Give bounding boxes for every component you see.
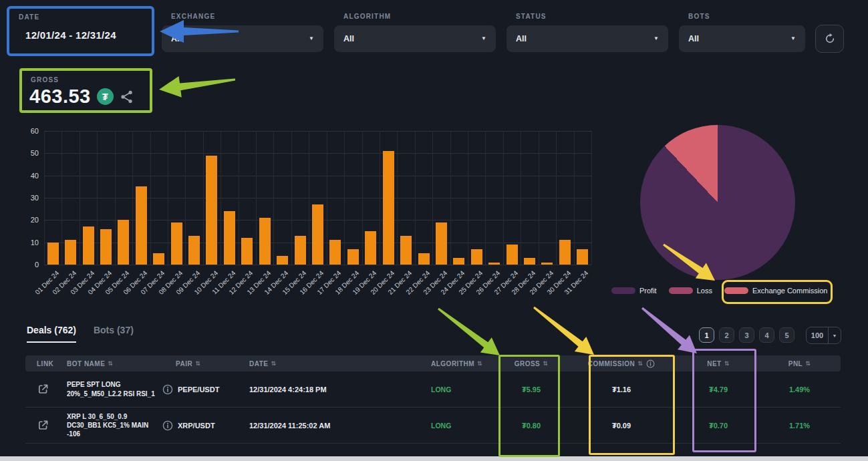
bar-10-Dec-24 bbox=[206, 156, 217, 265]
legend-label-loss: Loss bbox=[697, 287, 712, 295]
info-icon[interactable] bbox=[162, 420, 173, 431]
column-header-pair[interactable]: PAIR⇅ bbox=[162, 360, 249, 367]
column-header-label: NET bbox=[707, 360, 722, 367]
gridline bbox=[450, 131, 451, 265]
cell-pair: XRP/USDT bbox=[162, 420, 249, 431]
gridline bbox=[291, 131, 292, 265]
legend-item-profit[interactable]: Profit bbox=[611, 287, 657, 295]
y-axis-tick-label: 40 bbox=[0, 172, 39, 180]
info-icon[interactable] bbox=[646, 359, 655, 368]
gridline bbox=[485, 131, 486, 265]
column-header-commission[interactable]: COMMISSION⇅ bbox=[565, 359, 678, 368]
cell-date: 12/31/2024 4:24:18 PM bbox=[249, 386, 406, 394]
cell-gross: ₮0.80 bbox=[498, 422, 565, 430]
gridline bbox=[44, 198, 591, 198]
column-header-bot-name[interactable]: BOT NAME⇅ bbox=[65, 360, 162, 367]
bar-15-Dec-24 bbox=[295, 236, 306, 265]
gridline bbox=[397, 131, 398, 265]
status-dropdown-value: All bbox=[516, 34, 527, 43]
cell-link[interactable] bbox=[25, 419, 65, 432]
column-header-net[interactable]: NET⇅ bbox=[678, 360, 758, 367]
cell-algorithm: LONG bbox=[406, 422, 498, 430]
page-size-select[interactable]: 100 ▼ bbox=[806, 327, 841, 344]
status-dropdown[interactable]: All ▼ bbox=[507, 25, 668, 52]
gridline bbox=[503, 131, 504, 265]
bar-04-Dec-24 bbox=[100, 229, 112, 265]
sort-icon: ⇅ bbox=[271, 360, 276, 367]
page-size-value: 100 bbox=[807, 331, 828, 339]
cell-net: ₮4.79 bbox=[678, 386, 758, 394]
net-value: ₮4.79 bbox=[678, 386, 758, 394]
exchange-commission-swatch bbox=[724, 287, 748, 294]
cell-commission: ₮1.16 bbox=[565, 386, 678, 394]
cell-net: ₮0.70 bbox=[678, 422, 758, 430]
column-header-link[interactable]: LINK bbox=[25, 360, 65, 367]
gridline bbox=[185, 131, 186, 265]
column-header-label: LINK bbox=[37, 360, 53, 367]
tab-deals[interactable]: Deals (762) bbox=[27, 325, 76, 343]
page-button-4[interactable]: 4 bbox=[759, 327, 774, 343]
pair-value: PEPE/USDT bbox=[178, 386, 219, 394]
bar-03-Dec-24 bbox=[83, 226, 94, 265]
legend-label-profit: Profit bbox=[639, 287, 657, 295]
bar-31-Dec-24 bbox=[577, 249, 588, 265]
tether-icon: ₮ bbox=[97, 88, 114, 105]
gridline bbox=[273, 131, 274, 265]
column-header-label: PAIR bbox=[176, 360, 192, 367]
bar-27-Dec-24 bbox=[507, 245, 518, 265]
gridline bbox=[150, 131, 151, 265]
pair-value: XRP/USDT bbox=[178, 422, 215, 430]
bots-dropdown[interactable]: All ▼ bbox=[679, 25, 805, 52]
page-button-1[interactable]: 1 bbox=[699, 327, 714, 343]
info-icon[interactable] bbox=[162, 384, 173, 395]
profit-swatch bbox=[611, 287, 635, 294]
gridline bbox=[574, 131, 575, 265]
exchange-dropdown[interactable]: All ▼ bbox=[162, 25, 323, 52]
bar-23-Dec-24 bbox=[436, 222, 447, 265]
deal-date: 12/31/2024 11:25:02 AM bbox=[249, 422, 330, 430]
tab-bots[interactable]: Bots (37) bbox=[94, 325, 134, 343]
page-button-3[interactable]: 3 bbox=[739, 327, 754, 343]
net-value: ₮0.70 bbox=[678, 422, 758, 430]
column-header-algorithm[interactable]: ALGORITHM⇅ bbox=[406, 360, 498, 367]
bar-17-Dec-24 bbox=[329, 240, 341, 265]
bar-13-Dec-24 bbox=[259, 218, 271, 265]
algorithm-dropdown[interactable]: All ▼ bbox=[334, 25, 496, 52]
gridline bbox=[432, 131, 433, 265]
commission-value: ₮1.16 bbox=[565, 386, 678, 394]
column-header-pnl[interactable]: PNL⇅ bbox=[758, 360, 841, 367]
y-axis-tick-label: 0 bbox=[0, 261, 39, 269]
column-header-label: DATE bbox=[249, 360, 268, 367]
sort-icon: ⇅ bbox=[195, 360, 200, 367]
net-column-arrow bbox=[641, 307, 697, 353]
sort-icon: ⇅ bbox=[108, 360, 113, 367]
bar-07-Dec-24 bbox=[153, 253, 164, 265]
date-range-field[interactable]: 12/01/24 - 12/31/24 bbox=[25, 29, 116, 41]
gridline bbox=[97, 131, 98, 265]
column-header-gross[interactable]: GROSS⇅ bbox=[498, 360, 565, 367]
gridline bbox=[61, 131, 62, 265]
gridline bbox=[44, 131, 45, 265]
gridline bbox=[539, 131, 539, 265]
gridline bbox=[132, 131, 133, 265]
legend-item-exchange-commission[interactable]: Exchange Commission bbox=[724, 287, 828, 295]
gridline bbox=[415, 131, 416, 265]
share-icon[interactable] bbox=[120, 90, 134, 104]
status-filter-label: STATUS bbox=[516, 13, 547, 20]
page-button-2[interactable]: 2 bbox=[719, 327, 734, 343]
algorithm-value: LONG bbox=[431, 422, 451, 430]
gridline bbox=[256, 131, 257, 265]
legend-item-loss[interactable]: Loss bbox=[669, 287, 712, 295]
gridline bbox=[521, 131, 521, 265]
refresh-button[interactable] bbox=[815, 25, 844, 53]
column-header-date[interactable]: DATE⇅ bbox=[249, 360, 406, 367]
page-button-5[interactable]: 5 bbox=[779, 327, 794, 343]
chevron-down-icon: ▼ bbox=[309, 36, 314, 41]
chevron-down-icon: ▼ bbox=[481, 36, 486, 41]
gridline bbox=[380, 131, 380, 265]
cell-link[interactable] bbox=[25, 383, 65, 396]
gridline bbox=[344, 131, 345, 265]
gridline bbox=[44, 153, 591, 154]
page-bottom-edge bbox=[0, 456, 868, 461]
gross-metric-value: 463.53 bbox=[29, 86, 91, 108]
